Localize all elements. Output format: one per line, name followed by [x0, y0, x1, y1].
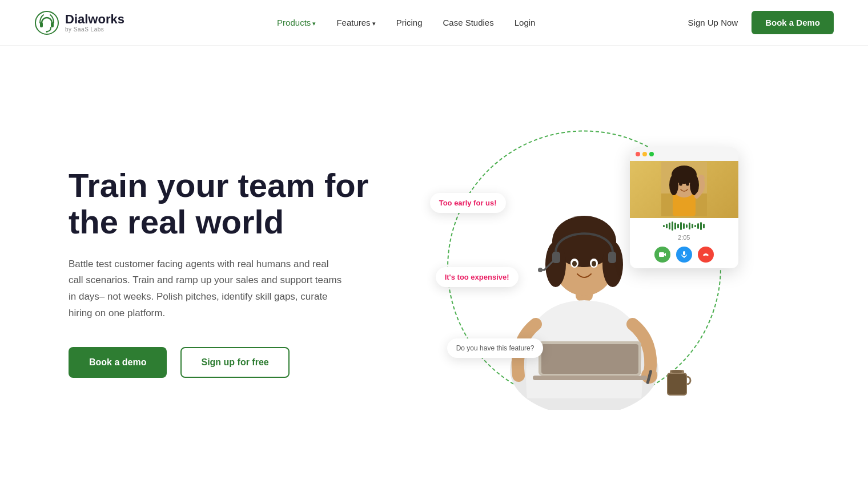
- wave-bar-10: [689, 223, 690, 229]
- call-timer: 2:05: [630, 234, 738, 243]
- logo[interactable]: Dialworks by SaaS Labs: [34, 10, 124, 35]
- svg-rect-36: [659, 252, 664, 257]
- svg-point-12: [572, 261, 577, 267]
- wave-bar-9: [686, 224, 688, 228]
- wave-bar-7: [680, 222, 682, 230]
- hero-title-line1: Train your team for: [69, 167, 368, 204]
- svg-rect-21: [541, 344, 638, 374]
- video-card-header: [630, 147, 738, 161]
- wave-bar-12: [694, 225, 696, 227]
- bubble-3-text: Do you have this feature?: [456, 344, 535, 352]
- svg-point-31: [669, 175, 678, 195]
- wave-bar-14: [700, 222, 702, 230]
- wave-bar-1: [663, 225, 665, 227]
- wave-bar-4: [672, 221, 673, 231]
- brand-sub: by SaaS Labs: [65, 26, 124, 33]
- wave-bar-2: [666, 224, 668, 228]
- svg-point-25: [671, 370, 682, 373]
- nav-link-pricing[interactable]: Pricing: [396, 18, 423, 27]
- svg-rect-15: [608, 252, 616, 263]
- video-person-area: [630, 161, 738, 218]
- video-btn-end[interactable]: [698, 247, 714, 263]
- svg-rect-23: [668, 374, 686, 394]
- nav-links: Products Features Pricing Case Studies L…: [277, 18, 535, 28]
- svg-point-34: [686, 182, 689, 186]
- bubble-1-text: Too early for us!: [439, 199, 497, 207]
- svg-point-13: [592, 261, 596, 267]
- svg-rect-19: [533, 376, 647, 380]
- wave-bar-3: [669, 223, 670, 229]
- hero-buttons: Book a demo Sign up for free: [69, 347, 368, 378]
- video-controls: [630, 243, 738, 268]
- audio-waveform: [630, 218, 738, 234]
- brand-name: Dialworks: [65, 13, 124, 26]
- video-person-svg: [661, 162, 707, 216]
- video-call-card: 2:05: [630, 147, 738, 268]
- svg-point-3: [46, 31, 48, 33]
- nav-right: Sign Up Now Book a Demo: [688, 11, 834, 34]
- window-dot-yellow: [642, 152, 647, 156]
- speech-bubble-2: It's too expensive!: [436, 267, 519, 287]
- nav-link-products[interactable]: Products: [277, 18, 316, 27]
- nav-item-products[interactable]: Products: [277, 18, 316, 28]
- svg-rect-2: [51, 22, 54, 27]
- wave-bar-6: [677, 224, 679, 228]
- svg-point-35: [698, 175, 705, 182]
- nav-item-case-studies[interactable]: Case Studies: [443, 18, 494, 28]
- nav-item-pricing[interactable]: Pricing: [396, 18, 423, 28]
- wave-bar-11: [692, 224, 693, 228]
- illustration-container: 2:05 Too early for us! I: [441, 136, 727, 410]
- logo-text: Dialworks by SaaS Labs: [65, 13, 124, 33]
- hero-section: Train your team for the real world Battl…: [0, 46, 868, 488]
- window-dot-red: [636, 152, 640, 156]
- coffee-cup: [664, 364, 693, 398]
- book-demo-nav-button[interactable]: Book a Demo: [752, 11, 834, 34]
- nav-item-login[interactable]: Login: [515, 18, 536, 28]
- logo-icon: [34, 10, 59, 35]
- nav-link-case-studies[interactable]: Case Studies: [443, 18, 494, 27]
- nav-link-login[interactable]: Login: [515, 18, 536, 27]
- wave-bar-5: [674, 223, 676, 229]
- bubble-2-text: It's too expensive!: [445, 273, 509, 281]
- signup-link[interactable]: Sign Up Now: [688, 18, 738, 27]
- svg-point-16: [538, 268, 542, 272]
- wave-bar-15: [703, 224, 705, 228]
- svg-point-33: [679, 182, 682, 186]
- video-btn-camera[interactable]: [654, 247, 670, 263]
- video-btn-mic[interactable]: [676, 247, 692, 263]
- nav-item-features[interactable]: Features: [336, 18, 375, 28]
- hero-title: Train your team for the real world: [69, 167, 368, 240]
- hero-title-line2: the real world: [69, 203, 284, 240]
- hero-illustration: 2:05 Too early for us! I: [368, 130, 799, 416]
- svg-rect-37: [683, 251, 685, 255]
- book-demo-hero-button[interactable]: Book a demo: [69, 347, 167, 378]
- window-dot-green: [649, 152, 654, 156]
- svg-rect-1: [40, 22, 43, 27]
- speech-bubble-3: Do you have this feature?: [447, 338, 544, 358]
- nav-link-features[interactable]: Features: [336, 18, 375, 27]
- wave-bar-13: [697, 223, 699, 229]
- hero-content: Train your team for the real world Battl…: [69, 167, 368, 378]
- navbar: Dialworks by SaaS Labs Products Features…: [0, 0, 868, 46]
- wave-bar-8: [683, 223, 685, 229]
- signup-hero-button[interactable]: Sign up for free: [180, 347, 289, 378]
- hero-description: Battle test customer facing agents with …: [69, 256, 343, 322]
- speech-bubble-1: Too early for us!: [430, 193, 506, 213]
